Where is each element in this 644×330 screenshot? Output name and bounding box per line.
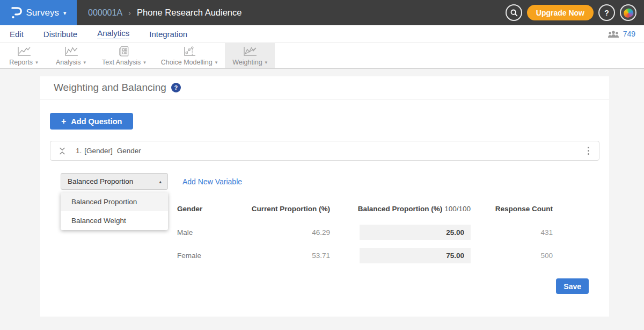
subnav-label-text-analysis: Text Analysis bbox=[102, 59, 141, 66]
choice-modelling-icon bbox=[183, 46, 196, 57]
brand-label: Surveys bbox=[26, 8, 59, 18]
row-female-count: 500 bbox=[471, 244, 553, 267]
subnav-item-analysis[interactable]: Analysis▾ bbox=[47, 43, 94, 68]
responses-count: 749 bbox=[623, 30, 635, 38]
reports-chart-icon bbox=[17, 46, 31, 57]
chevron-down-icon: ▾ bbox=[84, 60, 86, 65]
balancing-mode-value: Balanced Proportion bbox=[68, 177, 133, 185]
row-female-balanced-input[interactable] bbox=[360, 248, 471, 263]
card-title-row: Weighting and Balancing ? bbox=[40, 76, 609, 99]
question-code: [Gender] bbox=[84, 147, 113, 155]
question-panel-title: 1. [Gender] Gender bbox=[76, 147, 141, 155]
row-male-balanced-cell bbox=[330, 221, 471, 244]
option-balanced-weight[interactable]: Balanced Weight bbox=[61, 211, 168, 230]
search-icon bbox=[510, 9, 518, 17]
subnav-label-weighting: Weighting bbox=[232, 59, 262, 66]
balanced-total-badge: 100/100 bbox=[444, 205, 471, 213]
people-icon bbox=[608, 30, 619, 38]
controls-row: Balanced Proportion ▴ Balanced Proportio… bbox=[61, 173, 599, 190]
page-title: Weighting and Balancing bbox=[54, 82, 166, 94]
subnav-label-reports: Reports bbox=[9, 59, 33, 66]
option-balanced-proportion[interactable]: Balanced Proportion bbox=[61, 192, 168, 211]
add-question-button[interactable]: + Add Question bbox=[50, 113, 133, 130]
row-female-current: 53.71 bbox=[236, 244, 330, 267]
breadcrumb-separator-icon: › bbox=[128, 8, 131, 17]
col-header-balanced-proportion: Balanced Proportion (%) 100/100 bbox=[330, 205, 471, 221]
nav-item-edit[interactable]: Edit bbox=[10, 30, 24, 39]
row-male-count: 431 bbox=[471, 221, 553, 244]
nav-item-integration[interactable]: Integration bbox=[149, 30, 187, 39]
weighting-table: Gender Current Proportion (%) Balanced P… bbox=[177, 205, 599, 267]
chevron-down-icon: ▾ bbox=[35, 60, 38, 65]
card-body: + Add Question 1. [Gender] Gender Balanc… bbox=[40, 99, 609, 294]
search-button[interactable] bbox=[506, 4, 522, 21]
avatar-image bbox=[622, 7, 634, 18]
upgrade-now-button[interactable]: Upgrade Now bbox=[527, 5, 594, 20]
collapse-panel-button[interactable] bbox=[59, 147, 65, 155]
subnav-item-text-analysis[interactable]: Text Analysis▾ bbox=[94, 43, 153, 68]
chevron-down-icon: ▾ bbox=[63, 10, 67, 17]
subnav-item-reports[interactable]: Reports▾ bbox=[0, 43, 47, 68]
subnav-label-choice-modelling: Choice Modelling bbox=[161, 59, 213, 66]
chevron-down-icon: ▾ bbox=[143, 60, 146, 65]
row-female-balanced-cell bbox=[330, 244, 471, 267]
col-header-current-proportion: Current Proportion (%) bbox=[236, 205, 330, 221]
add-new-variable-link[interactable]: Add New Variable bbox=[182, 177, 242, 186]
col-header-response-count: Response Count bbox=[471, 205, 553, 221]
subnav-label-analysis: Analysis bbox=[56, 59, 81, 66]
help-button[interactable]: ? bbox=[598, 4, 615, 21]
analysis-chart-icon bbox=[64, 46, 78, 57]
account-avatar[interactable] bbox=[620, 4, 636, 21]
question-mark-icon: ? bbox=[174, 84, 178, 91]
surveys-menu-button[interactable]: Surveys ▾ bbox=[0, 0, 77, 25]
balancing-mode-menu: Balanced Proportion Balanced Weight bbox=[61, 192, 168, 230]
breadcrumb-survey-title: Phone Research Audience bbox=[137, 8, 241, 18]
kebab-menu-icon[interactable] bbox=[586, 145, 591, 157]
breadcrumb: 000001A › Phone Research Audience bbox=[88, 8, 241, 18]
row-male-current: 46.29 bbox=[236, 221, 330, 244]
question-label: Gender bbox=[117, 147, 141, 155]
responses-count-indicator[interactable]: 749 bbox=[608, 30, 635, 38]
questionpro-logo-icon bbox=[11, 6, 22, 20]
save-button[interactable]: Save bbox=[556, 278, 589, 294]
row-male-gender: Male bbox=[177, 221, 236, 244]
balancing-mode-select[interactable]: Balanced Proportion ▴ bbox=[61, 173, 168, 190]
topbar: Surveys ▾ 000001A › Phone Research Audie… bbox=[0, 0, 644, 25]
col-header-gender: Gender bbox=[177, 205, 236, 221]
nav-item-distribute[interactable]: Distribute bbox=[43, 30, 77, 39]
weighting-help-button[interactable]: ? bbox=[171, 83, 181, 92]
add-question-label: Add Question bbox=[71, 117, 122, 126]
question-index: 1. bbox=[76, 147, 82, 155]
save-row: Save bbox=[50, 278, 599, 294]
breadcrumb-survey-id[interactable]: 000001A bbox=[88, 8, 122, 18]
weighting-card: Weighting and Balancing ? + Add Question… bbox=[40, 76, 609, 317]
analytics-subnav: Reports▾ Analysis▾ Text Analysis▾ C bbox=[0, 42, 644, 69]
weighting-chart-icon bbox=[243, 46, 257, 57]
chevron-up-icon: ▴ bbox=[159, 179, 162, 184]
subnav-item-weighting[interactable]: Weighting▾ bbox=[225, 43, 275, 68]
chevron-down-icon: ▾ bbox=[265, 60, 268, 65]
topbar-actions: Upgrade Now ? bbox=[506, 4, 644, 21]
row-male-balanced-input[interactable] bbox=[360, 225, 471, 240]
nav-item-analytics[interactable]: Analytics bbox=[97, 28, 129, 39]
question-panel-header: 1. [Gender] Gender bbox=[50, 141, 599, 161]
primary-nav: Edit Distribute Analytics Integration 74… bbox=[0, 25, 644, 42]
plus-icon: + bbox=[61, 117, 66, 126]
row-female-gender: Female bbox=[177, 244, 236, 267]
text-analysis-icon bbox=[118, 46, 130, 57]
chevron-down-icon: ▾ bbox=[215, 60, 218, 65]
question-mark-icon: ? bbox=[604, 9, 609, 17]
collapse-icon bbox=[59, 147, 65, 155]
subnav-item-choice-modelling[interactable]: Choice Modelling▾ bbox=[153, 43, 225, 68]
